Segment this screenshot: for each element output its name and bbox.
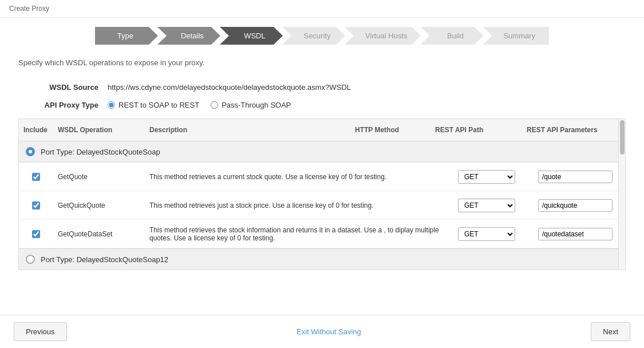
getquotedataset-path-cell[interactable] bbox=[534, 224, 625, 244]
previous-button[interactable]: Previous bbox=[14, 322, 67, 341]
th-rest-api-parameters: REST API Parameters bbox=[522, 124, 625, 136]
th-rest-api-path: REST API Path bbox=[430, 124, 522, 136]
step-wsdl[interactable]: WSDL bbox=[220, 27, 283, 45]
getquote-path-input[interactable] bbox=[538, 171, 613, 183]
getquote-checkbox[interactable] bbox=[32, 173, 40, 181]
th-http-method: HTTP Method bbox=[350, 124, 430, 136]
getquotedataset-name-cell: GetQuoteDataSet bbox=[53, 227, 145, 242]
getquickquote-path-input[interactable] bbox=[538, 199, 613, 212]
table-header: Include WSDL Operation Description HTTP … bbox=[19, 119, 625, 141]
page-title: Create Proxy bbox=[0, 0, 644, 18]
getquote-method-select[interactable]: GET POST PUT DELETE bbox=[458, 170, 515, 184]
proxy-type-radio-group: REST to SOAP to REST Pass-Through SOAP bbox=[108, 101, 291, 109]
proxy-type-passthrough-radio[interactable] bbox=[211, 101, 218, 109]
getquote-path-cell[interactable] bbox=[534, 167, 625, 187]
proxy-type-rest-option[interactable]: REST to SOAP to REST bbox=[108, 101, 199, 109]
subtitle: Specify which WSDL operations to expose … bbox=[18, 54, 626, 72]
getquickquote-path-cell[interactable] bbox=[534, 196, 625, 215]
scrollbar-thumb[interactable] bbox=[620, 120, 625, 155]
table-row: GetQuoteDataSet This method retrieves th… bbox=[19, 220, 625, 248]
getquickquote-name-cell: GetQuickQuote bbox=[53, 198, 145, 213]
getquotedataset-path-input[interactable] bbox=[538, 228, 613, 240]
step-type[interactable]: Type bbox=[95, 27, 158, 45]
getquickquote-include-cell[interactable] bbox=[19, 198, 53, 213]
step-security-label[interactable]: Security bbox=[282, 27, 345, 45]
th-include: Include bbox=[19, 124, 53, 136]
step-details-label[interactable]: Details bbox=[157, 27, 220, 45]
port-type-1-row[interactable]: Port Type: DelayedStockQuoteSoap bbox=[19, 141, 625, 163]
getquickquote-method-cell[interactable]: GET POST PUT DELETE bbox=[453, 195, 534, 216]
proxy-type-passthrough-option[interactable]: Pass-Through SOAP bbox=[211, 101, 291, 109]
getquote-desc-cell: This method retrieves a current stock qu… bbox=[145, 169, 453, 184]
getquotedataset-checkbox[interactable] bbox=[32, 230, 40, 238]
getquotedataset-desc-cell: This method retrieves the stock informat… bbox=[145, 223, 453, 246]
getquotedataset-method-cell[interactable]: GET POST PUT DELETE bbox=[453, 224, 534, 244]
proxy-type-rest-label: REST to SOAP to REST bbox=[118, 101, 199, 109]
step-virtual-hosts[interactable]: Virtual Hosts bbox=[345, 27, 421, 45]
port-type-1-radio[interactable] bbox=[26, 147, 35, 156]
wsdl-source-value: https://ws.cdyne.com/delayedstockquote/d… bbox=[108, 83, 351, 92]
content-area: Specify which WSDL operations to expose … bbox=[0, 54, 644, 270]
port-type-1-name: Port Type: DelayedStockQuoteSoap bbox=[41, 148, 160, 156]
getquotedataset-include-cell[interactable] bbox=[19, 227, 53, 242]
getquickquote-desc-cell: This method retrieves just a stock price… bbox=[145, 198, 453, 213]
api-proxy-type-row: API Proxy Type REST to SOAP to REST Pass… bbox=[18, 101, 626, 109]
getquote-method-cell[interactable]: GET POST PUT DELETE bbox=[453, 167, 534, 187]
getquickquote-method-select[interactable]: GET POST PUT DELETE bbox=[458, 199, 515, 212]
wizard-steps: Type Details WSDL Security Virtual Hosts… bbox=[0, 18, 644, 54]
step-virtual-hosts-label[interactable]: Virtual Hosts bbox=[345, 27, 421, 45]
step-wsdl-label[interactable]: WSDL bbox=[220, 27, 283, 45]
getquotedataset-method-select[interactable]: GET POST PUT DELETE bbox=[458, 227, 515, 241]
port-type-2-name: Port Type: DelayedStockQuoteSoap12 bbox=[41, 255, 168, 264]
proxy-type-rest-radio[interactable] bbox=[108, 101, 115, 109]
wsdl-source-label: WSDL Source bbox=[18, 83, 98, 92]
next-button[interactable]: Next bbox=[591, 322, 630, 341]
th-wsdl-operation: WSDL Operation bbox=[53, 124, 145, 136]
wsdl-source-row: WSDL Source https://ws.cdyne.com/delayed… bbox=[18, 83, 626, 92]
getquickquote-checkbox[interactable] bbox=[32, 201, 40, 209]
table-row: GetQuote This method retrieves a current… bbox=[19, 163, 625, 191]
step-summary[interactable]: Summary bbox=[483, 27, 549, 45]
operations-table: Include WSDL Operation Description HTTP … bbox=[18, 118, 626, 270]
step-build[interactable]: Build bbox=[420, 27, 483, 45]
exit-without-saving-link[interactable]: Exit Without Saving bbox=[297, 327, 361, 336]
proxy-type-passthrough-label: Pass-Through SOAP bbox=[222, 101, 291, 109]
step-security[interactable]: Security bbox=[282, 27, 345, 45]
th-description: Description bbox=[145, 124, 350, 136]
api-proxy-type-label: API Proxy Type bbox=[18, 101, 98, 109]
scrollbar[interactable] bbox=[618, 119, 625, 270]
port-type-2-row[interactable]: Port Type: DelayedStockQuoteSoap12 bbox=[19, 248, 625, 270]
port-type-2-radio[interactable] bbox=[26, 255, 35, 264]
table-row: GetQuickQuote This method retrieves just… bbox=[19, 191, 625, 220]
step-details[interactable]: Details bbox=[157, 27, 220, 45]
step-summary-label[interactable]: Summary bbox=[483, 27, 549, 45]
footer: Previous Exit Without Saving Next bbox=[0, 315, 644, 348]
getquote-name-cell: GetQuote bbox=[53, 169, 145, 184]
getquote-include-cell[interactable] bbox=[19, 169, 53, 184]
step-type-label[interactable]: Type bbox=[95, 27, 158, 45]
step-build-label[interactable]: Build bbox=[420, 27, 483, 45]
